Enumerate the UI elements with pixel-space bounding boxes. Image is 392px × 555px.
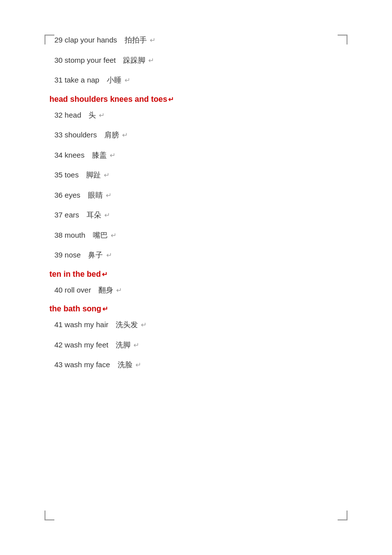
corner-mark-br	[338, 511, 348, 520]
list-item: 37 ears 耳朵 ↵	[49, 210, 343, 221]
list-item: 40 roll over 翻身 ↵	[49, 285, 343, 296]
corner-mark-tl	[44, 35, 54, 44]
list-item: 43 wash my face 洗脸 ↵	[49, 359, 343, 371]
list-item: 38 mouth 嘴巴 ↵	[49, 230, 343, 241]
list-item: 41 wash my hair 洗头发 ↵	[49, 319, 343, 331]
list-item: 39 nose 鼻子 ↵	[49, 250, 343, 261]
list-item: 33 shoulders 肩膀 ↵	[49, 129, 343, 141]
section-title: ten in the bed↵	[49, 270, 343, 279]
page: 29 clap your hands 拍拍手 ↵30 stomp your fe…	[0, 0, 392, 555]
list-item: 31 take a nap 小睡 ↵	[49, 75, 343, 86]
section-title: head shoulders knees and toes↵	[49, 95, 343, 104]
content-area: 29 clap your hands 拍拍手 ↵30 stomp your fe…	[49, 35, 343, 371]
section-title: the bath song↵	[49, 304, 343, 313]
corner-mark-tr	[338, 35, 348, 44]
corner-mark-bl	[44, 511, 54, 520]
list-item: 32 head 头 ↵	[49, 110, 343, 121]
list-item: 30 stomp your feet 跺跺脚 ↵	[49, 55, 343, 66]
list-item: 36 eyes 眼睛 ↵	[49, 190, 343, 201]
list-item: 42 wash my feet 洗脚 ↵	[49, 340, 343, 351]
list-item: 34 knees 膝盖 ↵	[49, 150, 343, 161]
list-item: 35 toes 脚趾 ↵	[49, 170, 343, 181]
list-item: 29 clap your hands 拍拍手 ↵	[49, 35, 343, 46]
